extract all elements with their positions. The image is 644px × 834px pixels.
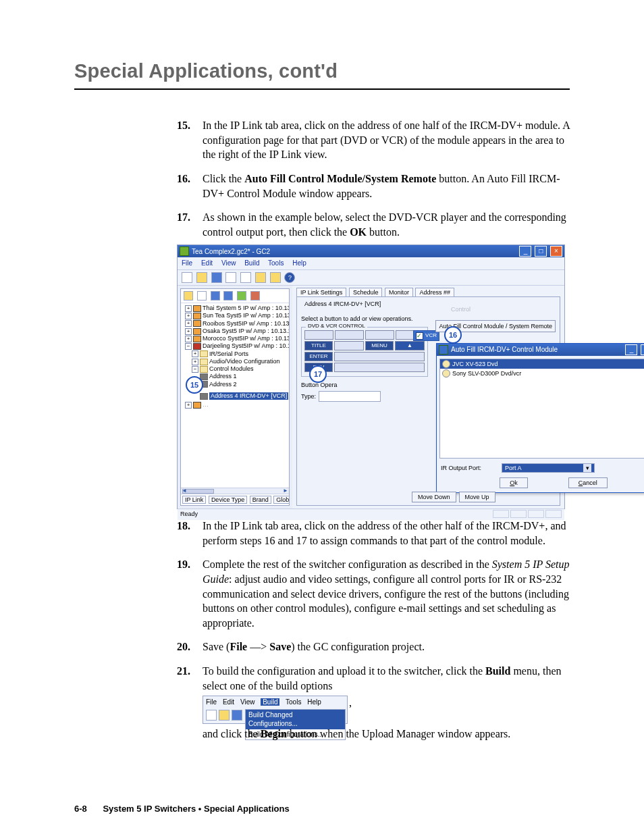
- menu-build[interactable]: Build: [244, 259, 259, 267]
- disc-icon: [442, 360, 450, 368]
- menu-file[interactable]: File: [206, 698, 217, 706]
- ok-button[interactable]: Ok: [500, 477, 528, 488]
- menu-view[interactable]: View: [221, 259, 236, 267]
- tree-icon[interactable]: [184, 291, 193, 301]
- app-icon: [180, 246, 189, 256]
- menu-file[interactable]: File: [182, 259, 192, 267]
- key-up-icon[interactable]: ▲: [395, 341, 425, 350]
- window-titlebar: Tea Complex2.gc2* - GC2 _ □ ×: [178, 245, 564, 257]
- device-tree[interactable]: +Thai System 5 IP w/ Amp : 10.13.1 +Sun …: [181, 303, 289, 488]
- ir-port-select[interactable]: Port A▾: [502, 463, 595, 473]
- tab-schedule[interactable]: Schedule: [349, 288, 383, 296]
- new-icon[interactable]: [182, 272, 192, 283]
- step-17: 17. As shown in the example below, selec…: [177, 210, 570, 509]
- tab-monitor[interactable]: Monitor: [385, 288, 413, 296]
- step-num: 17.: [177, 210, 190, 225]
- control-label: Control: [451, 305, 471, 313]
- ir-port-label: IR Output Port:: [441, 464, 481, 472]
- step-15: 15. In the IP Link tab area, click on th…: [177, 118, 570, 162]
- move-up-button[interactable]: Move Up: [459, 492, 495, 502]
- type-select[interactable]: [319, 391, 381, 402]
- menu-edit[interactable]: Edit: [223, 698, 234, 706]
- maximize-icon[interactable]: □: [641, 344, 644, 355]
- step-text: Complete the rest of the switcher config…: [203, 558, 570, 628]
- tab-devicetype[interactable]: Device Type: [209, 496, 247, 504]
- tab-iplinksettings[interactable]: IP Link Settings: [296, 288, 346, 296]
- menu-edit[interactable]: Edit: [201, 259, 213, 267]
- type-label: Type:: [301, 392, 316, 400]
- open-icon[interactable]: [219, 710, 230, 721]
- menu-bar: File Edit View Build Tools Help: [178, 257, 564, 269]
- list-item[interactable]: JVC XV-523 Dvd: [440, 359, 644, 369]
- step-20: 20. Save (File —> Save) the GC configura…: [177, 640, 570, 654]
- step-num: 21.: [177, 664, 190, 679]
- open-icon[interactable]: [196, 272, 207, 283]
- tab-address[interactable]: Address ##: [415, 288, 454, 296]
- page-number: 6-8: [74, 804, 87, 814]
- save-icon[interactable]: [232, 710, 242, 721]
- menu-tools[interactable]: Tools: [268, 259, 284, 267]
- footer-text: System 5 IP Switchers • Special Applicat…: [103, 804, 289, 814]
- paste-icon[interactable]: [255, 272, 266, 283]
- dialog-title: Auto Fill IRCM-DV+ Control Module: [451, 345, 558, 355]
- copy-icon[interactable]: [240, 272, 251, 283]
- menu-view[interactable]: View: [240, 698, 255, 706]
- page-title: Special Applications, cont'd: [74, 58, 570, 84]
- minimize-icon[interactable]: _: [519, 246, 531, 257]
- tab-iplink[interactable]: IP Link: [182, 496, 206, 504]
- cut-icon[interactable]: [225, 272, 236, 283]
- chevron-down-icon[interactable]: ▾: [583, 464, 591, 472]
- key-menu[interactable]: MENU: [365, 341, 394, 350]
- menu-build[interactable]: Build: [261, 698, 279, 706]
- tab-brand[interactable]: Brand: [250, 496, 271, 504]
- new-icon[interactable]: [206, 710, 217, 721]
- tree-remove-icon[interactable]: [250, 291, 260, 301]
- tree-selected[interactable]: Address 4 IRCM-DV+ [VCR]: [209, 392, 288, 400]
- move-down-button[interactable]: Move Down: [412, 492, 456, 502]
- menu-help[interactable]: Help: [292, 259, 306, 267]
- tree-down-icon[interactable]: [211, 291, 220, 301]
- cancel-button[interactable]: Cancel: [568, 477, 608, 488]
- disc-icon: [442, 369, 450, 377]
- key-title[interactable]: TITLE: [304, 341, 333, 350]
- screenshot-gc2-window: Tea Complex2.gc2* - GC2 _ □ × File Edit …: [177, 244, 565, 509]
- device-select-list[interactable]: JVC XV-523 Dvd Sony SLV-D300P Dvd/vcr: [439, 359, 644, 459]
- menu-help[interactable]: Help: [307, 698, 321, 706]
- step-19: 19. Complete the rest of the switcher co…: [177, 557, 570, 630]
- config-pane: Address 4 IRCM-DV+ [VCR] Select a button…: [296, 296, 560, 506]
- minimize-icon[interactable]: _: [625, 344, 637, 355]
- tree-hscrollbar[interactable]: ◄►: [181, 488, 289, 494]
- step-num: 16.: [177, 172, 190, 186]
- window-title: Tea Complex2.gc2* - GC2: [192, 247, 270, 257]
- step-text: As shown in the example below, select th…: [203, 211, 566, 238]
- list-item[interactable]: Sony SLV-D300P Dvd/vcr: [440, 369, 644, 378]
- group-address: Address 4 IRCM-DV+ [VCR]: [302, 300, 383, 308]
- save-icon[interactable]: [211, 272, 222, 283]
- step-18: 18. In the IP Link tab area, click on th…: [177, 519, 570, 548]
- step-text: In the IP Link tab area, click on the ad…: [203, 120, 570, 160]
- status-text: Ready: [180, 510, 198, 519]
- help-icon[interactable]: ?: [284, 272, 295, 283]
- menu-tools[interactable]: Tools: [286, 698, 301, 706]
- title-rule: [74, 88, 570, 90]
- step-21: 21. To build the configuration and uploa…: [177, 664, 570, 741]
- close-icon[interactable]: ×: [550, 246, 562, 257]
- tree-up-icon[interactable]: [223, 291, 233, 301]
- step-text: Click the Auto Fill Control Module/Syste…: [203, 173, 560, 199]
- tab-globalview[interactable]: GlobalView: [273, 496, 289, 504]
- tree-icon[interactable]: [197, 291, 207, 301]
- tree-add-icon[interactable]: [237, 291, 246, 301]
- toolbar: ?: [178, 269, 564, 286]
- maximize-icon[interactable]: □: [535, 246, 547, 257]
- menu-bar: File Edit View Build Tools Help: [203, 696, 347, 708]
- dialog-icon: [439, 345, 448, 355]
- trailing-comma: ,: [349, 696, 352, 710]
- step-16: 16. Click the Auto Fill Control Module/S…: [177, 172, 570, 201]
- config-tabs: IP Link Settings Schedule Monitor Addres…: [296, 288, 560, 296]
- build-icon[interactable]: [270, 272, 281, 283]
- step-num: 20.: [177, 640, 190, 654]
- step-text: In the IP Link tab area, click on the ad…: [203, 520, 566, 546]
- key-enter[interactable]: ENTER: [304, 352, 333, 361]
- control-group-title: DVD & VCR CONTROL: [306, 323, 367, 330]
- autofill-dialog: Auto Fill IRCM-DV+ Control Module _ □ ×: [436, 343, 644, 493]
